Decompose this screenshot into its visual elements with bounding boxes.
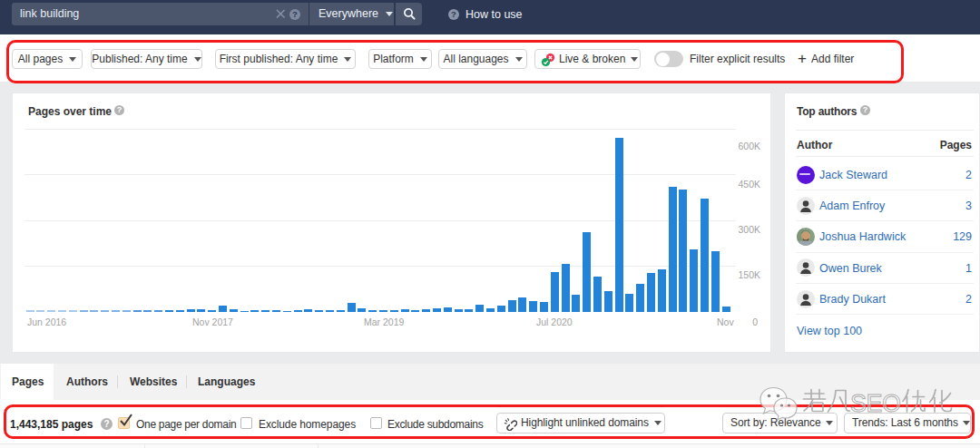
svg-text:SEO: SEO [850, 390, 901, 417]
